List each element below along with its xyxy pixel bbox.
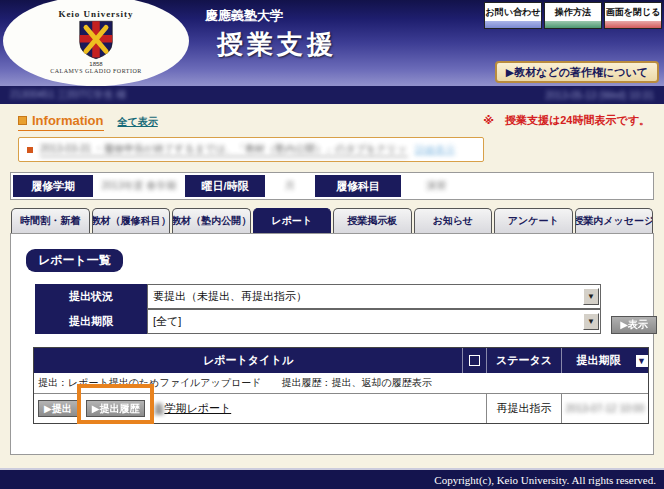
deadline-select[interactable]: [全て] ▼: [147, 309, 601, 334]
tab-report[interactable]: レポート: [253, 208, 332, 233]
information-heading: Information: [18, 113, 104, 131]
semester-label: 履修学期: [13, 175, 93, 197]
copyright-text: Copyright(c), Keio University. All right…: [434, 474, 656, 486]
tab-class-messages[interactable]: 授業内メッセージ: [575, 208, 654, 233]
submission-status-label: 提出状況: [35, 284, 147, 309]
tab-class-board[interactable]: 授業掲示板: [333, 208, 412, 233]
subject-value-redacted: 演習: [401, 175, 471, 197]
announcement-bullet-icon: [27, 147, 33, 153]
tab-materials-public[interactable]: 教材（塾内公開）: [172, 208, 251, 233]
materials-copyright-button[interactable]: ▶教材などの著作権について: [495, 61, 659, 83]
information-row: Information 全て表示: [18, 113, 158, 131]
university-name-ja: 慶應義塾大学: [205, 7, 283, 25]
course-info-bar: 履修学期 2013年度 春学期 曜日/時限 月 履修科目 演習: [10, 172, 654, 200]
24h-display-note: ※ 授業支援は24時間表示です。: [483, 113, 650, 128]
help-button[interactable]: 操作方法: [544, 2, 602, 29]
contact-button[interactable]: お問い合わせ: [484, 2, 542, 29]
report-status-cell: 再提出指示: [486, 394, 561, 423]
report-title-cell: ▶提出 ▶提出履歴 春学期レポート: [34, 394, 486, 423]
footer-bar: Copyright(c), Keio University. All right…: [0, 468, 664, 489]
column-report-title: レポートタイトル: [34, 348, 462, 373]
user-id-redacted: 21300451 三田ITC学生 様: [10, 88, 126, 102]
logo-year: 1858: [89, 61, 102, 67]
help-button-label: 操作方法: [545, 3, 601, 21]
report-title-text: 学期レポート: [164, 402, 231, 414]
deadline-label: 提出期限: [35, 309, 147, 334]
tab-notices[interactable]: お知らせ: [414, 208, 493, 233]
announcement-text-redacted: 2013-03-31 ・履修申告が終了するまでは、「教材（塾内公開）」のタブをク…: [40, 142, 408, 157]
report-table-header: レポートタイトル ステータス 提出期限 ▼: [34, 348, 648, 373]
information-square-icon: [18, 116, 27, 125]
close-screen-button-label: 画面を閉じる: [605, 3, 661, 21]
tab-materials-enrolled[interactable]: 教材（履修科目）: [92, 208, 171, 233]
table-legend: 提出：レポート提出のためファイルアップロード 提出履歴：提出、返却の履歴表示: [34, 373, 648, 394]
information-heading-label: Information: [32, 113, 104, 128]
report-table: レポートタイトル ステータス 提出期限 ▼ 提出：レポート提出のためファイルアッ…: [33, 347, 649, 424]
sort-filter-icon[interactable]: ▼: [636, 355, 648, 367]
tab-timetable-new[interactable]: 時間割・新着: [11, 208, 90, 233]
header-banner: Keio University 1858 CALAMVS GLADIO FORT…: [0, 0, 664, 86]
column-status: ステータス: [486, 348, 561, 373]
report-panel: レポート一覧 提出状況 要提出（未提出、再提出指示） ▼ 提出期限 [全て] ▼…: [10, 233, 654, 455]
sort-filter-cell: ▼: [635, 348, 648, 373]
contact-button-accent: [485, 21, 541, 28]
datetime-redacted: 2013-05-13 (Wed) 10:31: [545, 90, 654, 101]
contact-button-label: お問い合わせ: [485, 3, 541, 21]
main-tab-bar: 時間割・新着 教材（履修科目） 教材（塾内公開） レポート 授業掲示板 お知らせ…: [11, 208, 653, 233]
subject-label: 履修科目: [315, 175, 401, 197]
select-all-checkbox[interactable]: [469, 355, 480, 366]
report-filter-form: 提出状況 要提出（未提出、再提出指示） ▼ 提出期限 [全て] ▼: [35, 284, 601, 334]
submission-history-button[interactable]: ▶提出履歴: [86, 400, 146, 417]
help-button-accent: [545, 21, 601, 28]
submission-status-value: 要提出（未提出、再提出指示）: [148, 289, 583, 304]
select-all-cell: [462, 348, 486, 373]
close-screen-button-accent: [605, 21, 661, 28]
day-period-label: 曜日/時限: [185, 175, 265, 197]
chevron-down-icon[interactable]: ▼: [583, 313, 599, 330]
keio-logo: Keio University 1858 CALAMVS GLADIO FORT…: [3, 0, 189, 86]
report-title-prefix-redacted: 春: [153, 402, 164, 414]
chevron-down-icon[interactable]: ▼: [583, 288, 599, 305]
submit-button[interactable]: ▶提出: [38, 400, 78, 417]
column-deadline: 提出期限: [561, 348, 635, 373]
close-screen-button[interactable]: 画面を閉じる: [604, 2, 662, 29]
day-period-value-redacted: 月: [265, 175, 315, 197]
keio-shield-icon: [76, 20, 116, 60]
deadline-value: [全て]: [148, 314, 583, 329]
keio-class-support-page: Keio University 1858 CALAMVS GLADIO FORT…: [0, 0, 664, 489]
report-deadline-redacted: 2013-07-12 10:00: [566, 403, 645, 414]
deadline-row: 提出期限 [全て] ▼: [35, 309, 601, 334]
announcement-box: 2013-03-31 ・履修申告が終了するまでは、「教材（塾内公開）」のタブをク…: [18, 137, 484, 162]
submission-status-row: 提出状況 要提出（未提出、再提出指示） ▼: [35, 284, 601, 309]
report-row: ▶提出 ▶提出履歴 春学期レポート 再提出指示 2013-07-12 10:00: [34, 394, 648, 423]
show-all-link[interactable]: 全て表示: [118, 115, 158, 129]
report-deadline-cell: 2013-07-12 10:00: [561, 394, 648, 423]
header-nav: お問い合わせ 操作方法 画面を閉じる: [484, 2, 662, 29]
report-list-title: レポート一覧: [26, 249, 123, 272]
display-button[interactable]: ▶表示: [611, 316, 657, 334]
logo-motto: CALAMVS GLADIO FORTIOR: [50, 68, 142, 74]
submission-status-select[interactable]: 要提出（未提出、再提出指示） ▼: [147, 284, 601, 309]
logo-university-name: Keio University: [58, 9, 133, 19]
report-title-link[interactable]: 春学期レポート: [153, 401, 231, 416]
app-title: 授業支援: [217, 27, 337, 62]
tab-survey[interactable]: アンケート: [494, 208, 573, 233]
user-status-bar: 21300451 三田ITC学生 様 2013-05-13 (Wed) 10:3…: [0, 86, 664, 104]
announcement-detail-link-redacted[interactable]: 詳細表示: [415, 143, 455, 157]
semester-value-redacted: 2013年度 春学期: [93, 175, 185, 197]
